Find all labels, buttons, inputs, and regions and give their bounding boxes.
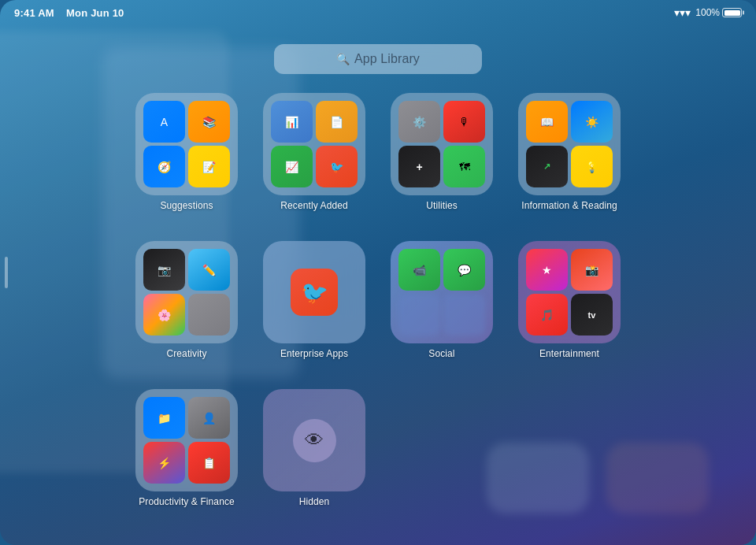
app-calculator: + (398, 146, 440, 187)
left-edge-indicator (5, 257, 8, 288)
app-tips: 💡 (571, 146, 613, 187)
app-maps: 🗺 (443, 146, 485, 187)
app-photo-booth: 📸 (571, 249, 613, 291)
search-icon: 🔍 (336, 53, 350, 65)
folder-label-entertainment: Entertainment (539, 348, 599, 359)
folder-bg-entertainment: ★ 📸 🎵 tv (518, 241, 621, 343)
app-swift-playgrounds: 🐦 (316, 146, 358, 187)
folder-label-productivity: Productivity & Finance (139, 496, 235, 507)
app-sound-analysis: 🎙 (443, 101, 485, 143)
app-messages: 💬 (443, 249, 485, 291)
app-numbers: 📈 (271, 146, 313, 187)
ipad-screen: 9:41 AM Mon Jun 10 ▾▾▾ 100% 🔍 App Librar… (0, 0, 756, 545)
app-pages: 📄 (316, 101, 358, 143)
app-reminders: 📋 (188, 442, 230, 484)
app-books: 📚 (188, 101, 230, 143)
folder-information-reading[interactable]: 📖 ☀️ ↗ 💡 Information & Reading (514, 93, 624, 211)
folder-bg-creativity: 📷 ✏️ 🌸 (135, 241, 238, 343)
app-safari: 🧭 (143, 146, 185, 187)
folder-bg-suggestions: A 📚 🧭 📝 (135, 93, 238, 195)
folder-bg-enterprise: 🐦 (263, 241, 365, 343)
app-weather: ☀️ (571, 101, 613, 143)
app-social-4 (443, 294, 485, 336)
folder-bg-hidden: 👁 (263, 389, 365, 491)
app-camera: 📷 (143, 249, 185, 291)
app-notes: 📝 (188, 146, 230, 187)
app-appstore: A (143, 101, 185, 143)
hidden-eye-icon: 👁 (305, 429, 324, 451)
folder-label-enterprise: Enterprise Apps (280, 348, 348, 359)
app-grid: A 📚 🧭 📝 Suggestions 📊 (132, 93, 624, 523)
folder-productivity-finance[interactable]: 📁 👤 ⚡ 📋 Productivity & Finance (132, 389, 242, 507)
app-keynote: 📊 (271, 101, 313, 143)
folder-bg-recently: 📊 📄 📈 🐦 (263, 93, 365, 195)
folder-bg-social: 📹 💬 (391, 241, 493, 343)
app-contacts: 👤 (188, 397, 230, 439)
app-photos: 🌸 (143, 294, 185, 336)
app-facetime: 📹 (398, 249, 440, 291)
app-shortcuts: ⚡ (143, 442, 185, 484)
date-display: Mon Jun 10 (66, 7, 124, 19)
status-right: ▾▾▾ 100% (674, 6, 742, 19)
folder-label-suggestions: Suggestions (160, 200, 213, 211)
app-apple-tv: tv (571, 294, 613, 336)
app-social-3 (398, 294, 440, 336)
folder-suggestions[interactable]: A 📚 🧭 📝 Suggestions (132, 93, 242, 211)
search-bar[interactable]: 🔍 App Library (274, 44, 482, 74)
time-display: 9:41 AM (14, 7, 54, 19)
battery-bar (722, 8, 742, 17)
wifi-icon: ▾▾▾ (674, 6, 691, 19)
status-time: 9:41 AM Mon Jun 10 (14, 7, 124, 19)
folder-hidden[interactable]: 👁 Hidden (259, 389, 369, 507)
app-settings: ⚙️ (398, 101, 440, 143)
app-itunes-star: ★ (526, 249, 568, 291)
folder-creativity[interactable]: 📷 ✏️ 🌸 Creativity (132, 241, 242, 359)
folder-utilities[interactable]: ⚙️ 🎙 + 🗺 Utilities (387, 93, 497, 211)
folder-recently-added[interactable]: 📊 📄 📈 🐦 Recently Added (259, 93, 369, 211)
folder-enterprise-apps[interactable]: 🐦 Enterprise Apps (259, 241, 369, 359)
folder-bg-utilities: ⚙️ 🎙 + 🗺 (391, 93, 493, 195)
app-books2: 📖 (526, 101, 568, 143)
app-stocks: ↗ (526, 146, 568, 187)
app-files: 📁 (143, 397, 185, 439)
app-extra (188, 294, 230, 336)
folder-label-hidden: Hidden (299, 496, 330, 507)
folder-label-info: Information & Reading (521, 200, 617, 211)
app-freeform: ✏️ (188, 249, 230, 291)
status-bar: 9:41 AM Mon Jun 10 ▾▾▾ 100% (0, 0, 756, 25)
folder-entertainment[interactable]: ★ 📸 🎵 tv Entertainment (514, 241, 624, 359)
battery-fill (724, 10, 740, 16)
search-label: App Library (354, 52, 420, 66)
folder-label-creativity: Creativity (166, 348, 206, 359)
folder-social[interactable]: 📹 💬 Social (387, 241, 497, 359)
folder-bg-productivity: 📁 👤 ⚡ 📋 (135, 389, 238, 491)
folder-bg-info: 📖 ☀️ ↗ 💡 (518, 93, 621, 195)
folder-label-social: Social (428, 348, 454, 359)
app-music: 🎵 (526, 294, 568, 336)
battery-indicator: 100% (695, 7, 742, 18)
folder-label-recently: Recently Added (280, 200, 347, 211)
folder-label-utilities: Utilities (426, 200, 458, 211)
hidden-icon-circle: 👁 (293, 419, 336, 462)
battery-percentage: 100% (695, 7, 720, 18)
app-swift: 🐦 (291, 269, 338, 316)
